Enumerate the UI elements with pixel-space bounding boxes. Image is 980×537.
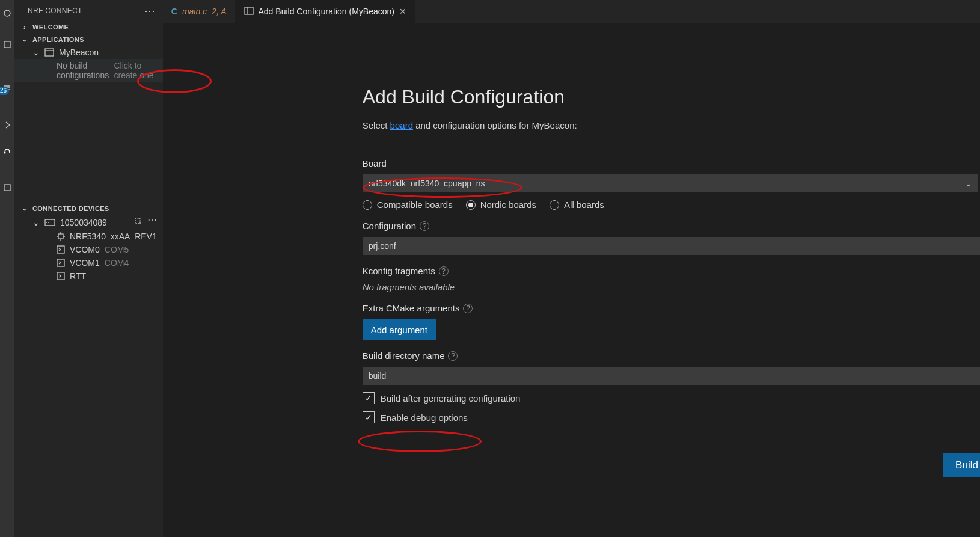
svg-rect-1: [4, 41, 10, 48]
kconfig-hint: No fragments available: [363, 282, 980, 292]
port-com: COM4: [105, 258, 129, 268]
chevron-right-icon: ›: [20, 23, 29, 31]
board-label: Board: [363, 158, 978, 168]
kconfig-label-text: Kconfig fragments: [363, 266, 435, 276]
checkbox-enable-debug-label: Enable debug options: [381, 413, 468, 423]
section-connected-devices[interactable]: ⌄ CONNECTED DEVICES: [14, 202, 163, 215]
svg-rect-3: [4, 185, 10, 191]
activity-icon-nrf[interactable]: [0, 143, 14, 158]
terminal-icon: [57, 245, 65, 254]
help-icon[interactable]: ?: [448, 351, 458, 361]
window-icon: [44, 48, 54, 57]
chip-icon: [57, 232, 65, 241]
device-more-icon[interactable]: ⋯: [147, 216, 157, 228]
chevron-down-icon: ⌄: [20, 35, 29, 43]
board-link[interactable]: board: [390, 120, 413, 130]
radio-all-label: All boards: [564, 200, 604, 210]
device-serial: 1050034089: [60, 218, 107, 227]
extra-cmake-label: Extra CMake arguments ?: [363, 303, 980, 313]
rtt-label: RTT: [70, 271, 86, 281]
close-icon[interactable]: ✕: [399, 7, 406, 16]
sidebar: NRF CONNECT ⋯ › WELCOME ⌄ APPLICATIONS ⌄…: [14, 0, 163, 537]
chip-row[interactable]: NRF5340_xxAA_REV1: [14, 230, 163, 243]
click-create-text: Click to create one: [114, 61, 157, 80]
radio-all[interactable]: All boards: [550, 200, 604, 210]
rtt-row[interactable]: RTT: [14, 269, 163, 283]
board-select[interactable]: nrf5340dk_nrf5340_cpuapp_ns ⌄: [363, 174, 978, 192]
page-title: Add Build Configuration: [363, 86, 980, 108]
page-subtitle: Select board and configuration options f…: [363, 120, 980, 130]
activity-badge: 26: [0, 87, 9, 95]
radio-compatible[interactable]: Compatible boards: [363, 200, 453, 210]
chevron-down-icon: ⌄: [965, 179, 972, 188]
activity-icon-3[interactable]: 26: [0, 81, 14, 95]
terminal-icon: [57, 259, 65, 267]
subtitle-suffix: and configuration options for MyBeacon:: [413, 120, 577, 130]
build-configuration-button[interactable]: Build Configuration: [943, 453, 980, 477]
layout-icon: [244, 7, 254, 17]
configuration-select-value: prj.conf: [369, 241, 396, 251]
device-row[interactable]: ⌄ 1050034089 ⋯: [14, 215, 163, 230]
kconfig-label: Kconfig fragments ?: [363, 266, 980, 276]
port-row-1[interactable]: VCOM1 COM4: [14, 256, 163, 269]
section-welcome[interactable]: › WELCOME: [14, 21, 163, 33]
sidebar-title: NRF CONNECT: [28, 7, 82, 15]
device-action-icon[interactable]: [133, 216, 142, 228]
chevron-down-icon: ⌄: [32, 218, 40, 227]
build-dir-label-text: Build directory name: [363, 351, 445, 361]
build-dir-label: Build directory name ?: [363, 351, 980, 361]
port-row-0[interactable]: VCOM0 COM5: [14, 243, 163, 256]
svg-rect-10: [58, 234, 63, 239]
tab-mod-indicator: 2, A: [212, 7, 226, 16]
port-com: COM5: [105, 245, 129, 254]
no-build-text: No build configurations: [57, 61, 109, 80]
tab-main-c[interactable]: C main.c 2, A: [163, 0, 236, 23]
editor-area: C main.c 2, A Add Build Configuration (M…: [163, 0, 980, 537]
board-select-value: nrf5340dk_nrf5340_cpuapp_ns: [369, 179, 485, 188]
no-build-row[interactable]: No build configurations Click to create …: [14, 59, 163, 82]
svg-rect-4: [45, 49, 54, 56]
sidebar-more-icon[interactable]: ⋯: [144, 7, 155, 14]
build-dir-value: build: [369, 371, 387, 381]
tab-bar: C main.c 2, A Add Build Configuration (M…: [163, 0, 980, 23]
help-icon[interactable]: ?: [439, 266, 449, 276]
radio-compatible-label: Compatible boards: [377, 200, 453, 210]
tab-filename: main.c: [182, 7, 207, 16]
annotation-ellipse: [358, 431, 482, 452]
help-icon[interactable]: ?: [420, 221, 429, 231]
tab-add-build-label: Add Build Configuration (MyBeacon): [259, 7, 394, 16]
activity-icon-6[interactable]: [0, 180, 14, 195]
configuration-select[interactable]: prj.conf ⌄: [363, 237, 980, 255]
app-row[interactable]: ⌄ MyBeacon: [14, 46, 163, 59]
section-applications[interactable]: ⌄ APPLICATIONS: [14, 33, 163, 46]
help-icon[interactable]: ?: [463, 304, 473, 313]
svg-point-7: [46, 222, 47, 223]
checkbox-build-after-label: Build after generating configuration: [381, 393, 521, 404]
activity-icon-2[interactable]: [0, 37, 14, 52]
radio-nordic-label: Nordic boards: [480, 200, 536, 210]
tab-add-build[interactable]: Add Build Configuration (MyBeacon) ✕: [236, 0, 415, 23]
activity-icon-1[interactable]: [0, 6, 14, 20]
svg-point-0: [4, 10, 10, 16]
chevron-down-icon: ⌄: [20, 204, 29, 212]
radio-nordic[interactable]: Nordic boards: [466, 200, 536, 210]
section-welcome-label: WELCOME: [32, 23, 69, 31]
port-name: VCOM1: [70, 258, 100, 268]
activity-icon-4[interactable]: [0, 118, 14, 132]
checkbox-enable-debug[interactable]: [363, 411, 375, 423]
svg-rect-14: [245, 7, 253, 14]
board-icon: [44, 219, 55, 226]
checkbox-build-after[interactable]: [363, 392, 375, 404]
add-argument-button[interactable]: Add argument: [363, 319, 436, 340]
svg-rect-9: [135, 219, 140, 224]
svg-point-8: [48, 222, 49, 223]
subtitle-prefix: Select: [363, 120, 390, 130]
build-dir-input[interactable]: build: [363, 367, 980, 385]
section-connected-devices-label: CONNECTED DEVICES: [32, 205, 109, 212]
chip-name: NRF5340_xxAA_REV1: [70, 232, 157, 241]
port-name: VCOM0: [70, 245, 100, 254]
terminal-icon: [57, 272, 65, 280]
activity-bar: 26: [0, 0, 14, 537]
configuration-label: Configuration ?: [363, 221, 980, 231]
section-applications-label: APPLICATIONS: [32, 36, 84, 43]
